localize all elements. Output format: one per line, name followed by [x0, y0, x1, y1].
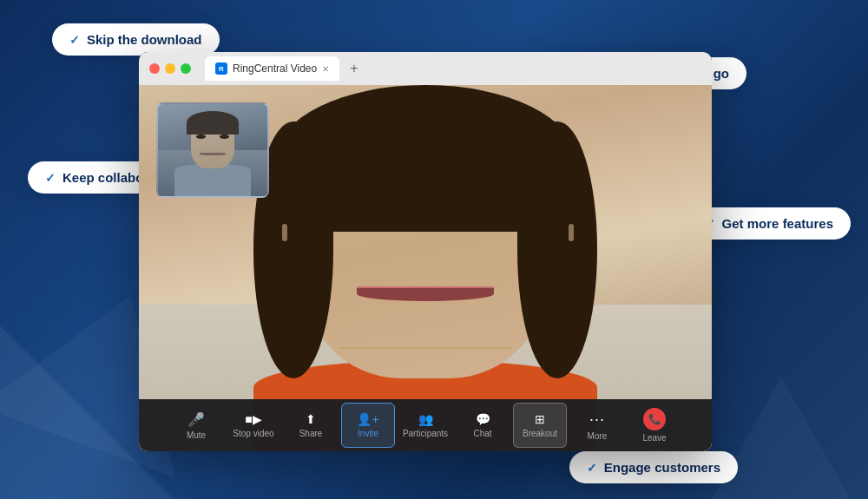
check-icon: ✓: [69, 33, 80, 47]
check-icon-3: ✓: [45, 171, 56, 185]
close-traffic-light[interactable]: [149, 63, 160, 74]
share-label: Share: [299, 429, 323, 438]
leave-button[interactable]: 📞 Leave: [628, 403, 681, 448]
tab-favicon: R: [215, 62, 227, 75]
minimize-traffic-light[interactable]: [165, 63, 175, 74]
mute-label: Mute: [187, 430, 206, 440]
video-area: ↗ Switch to Brenna's pho...: [139, 85, 712, 451]
stop-video-label: Stop video: [233, 429, 273, 438]
breakout-icon: ⊞: [535, 412, 545, 426]
tab-close-button[interactable]: ✕: [322, 64, 329, 74]
engage-customers-label: Engage customers: [604, 460, 720, 475]
browser-tab-ringcentral[interactable]: R RingCentral Video ✕: [205, 56, 339, 81]
invite-button[interactable]: 👤+ Invite: [341, 403, 395, 448]
breakout-label: Breakout: [523, 429, 557, 438]
tab-title: RingCentral Video: [233, 62, 317, 75]
more-button[interactable]: ··· More: [570, 403, 624, 448]
skip-download-label: Skip the download: [87, 32, 202, 47]
mute-icon: 🎤: [187, 411, 205, 428]
share-icon: ⬆: [306, 412, 316, 426]
skip-download-pill: ✓ Skip the download: [52, 23, 220, 56]
stop-video-button[interactable]: ■▶ Stop video: [227, 403, 280, 448]
browser-chrome: R RingCentral Video ✕ +: [139, 52, 712, 85]
tab-bar: R RingCentral Video ✕ +: [205, 56, 701, 81]
browser-window: R RingCentral Video ✕ + ↗ Switch to Bren…: [139, 52, 712, 451]
video-toolbar: 🎤 Mute ■▶ Stop video ⬆ Share 👤+ Invite 👥…: [139, 399, 712, 451]
invite-label: Invite: [358, 429, 378, 438]
leave-icon: 📞: [643, 408, 666, 430]
invite-icon: 👤+: [357, 412, 378, 426]
thumbnail-video-man: [156, 102, 269, 198]
chat-button[interactable]: 💬 Chat: [456, 403, 510, 448]
traffic-lights: [149, 63, 191, 74]
mute-button[interactable]: 🎤 Mute: [169, 403, 223, 448]
more-label: More: [588, 431, 608, 441]
participants-icon: 👥: [418, 412, 433, 426]
chat-icon: 💬: [476, 412, 490, 426]
fullscreen-traffic-light[interactable]: [181, 63, 191, 74]
chat-label: Chat: [473, 429, 491, 438]
more-icon: ···: [589, 410, 605, 429]
camera-icon: ■▶: [245, 412, 261, 426]
participants-label: Participants: [403, 429, 448, 438]
man-face: [158, 104, 267, 196]
new-tab-button[interactable]: +: [343, 61, 365, 76]
engage-customers-pill: ✓ Engage customers: [569, 451, 738, 483]
leave-label: Leave: [642, 433, 666, 443]
breakout-button[interactable]: ⊞ Breakout: [513, 403, 567, 448]
share-button[interactable]: ⬆ Share: [284, 403, 338, 448]
check-icon-6: ✓: [587, 461, 597, 475]
get-more-features-label: Get more features: [722, 216, 833, 231]
participants-button[interactable]: 👥 Participants: [398, 403, 452, 448]
